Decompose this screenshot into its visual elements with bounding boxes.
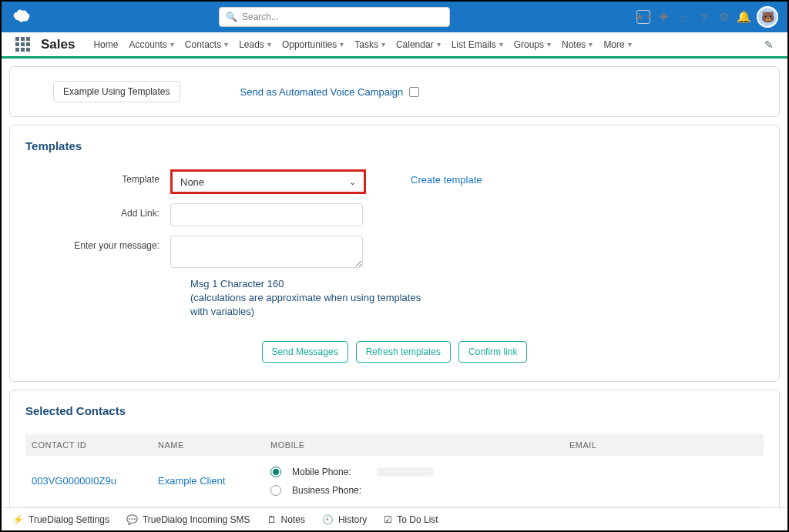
template-select-value: None <box>180 176 204 188</box>
example-templates-button[interactable]: Example Using Templates <box>53 81 180 102</box>
nav-leads[interactable]: Leads▾ <box>239 39 271 50</box>
checklist-icon: ☑ <box>384 514 392 525</box>
contacts-header: CONTACT ID NAME MOBILE EMAIL <box>25 434 764 456</box>
automated-campaign-label: Send as Automated Voice Campaign <box>240 86 404 98</box>
nav-contacts[interactable]: Contacts▾ <box>185 39 228 50</box>
phone-business-row: Business Phone: <box>270 485 569 496</box>
notification-icon[interactable]: 🔔 <box>737 10 750 24</box>
col-mobile: MOBILE <box>270 440 569 450</box>
nav-groups[interactable]: Groups▾ <box>514 39 551 50</box>
message-textarea[interactable] <box>170 236 363 268</box>
search-icon: 🔍 <box>226 12 237 22</box>
setup-home-icon[interactable]: ⌂ <box>677 10 690 24</box>
main-content: Example Using Templates Send as Automate… <box>2 59 787 532</box>
refresh-templates-button[interactable]: Refresh templates <box>356 341 451 363</box>
utility-bar: ⚡TrueDialog Settings 💬TrueDialog Incomin… <box>2 507 787 530</box>
phone-business-radio[interactable] <box>270 485 281 496</box>
nav-accounts[interactable]: Accounts▾ <box>129 39 173 50</box>
confirm-link-button[interactable]: Confirm link <box>458 341 527 363</box>
msg-count: Msg 1 Character 160 <box>190 277 421 291</box>
table-row: 003VG00000I0Z9u Example Client Mobile Ph… <box>25 456 764 507</box>
footer-incoming[interactable]: 💬TrueDialog Incoming SMS <box>126 514 250 525</box>
nav-listemails[interactable]: List Emails▾ <box>452 39 503 50</box>
search-placeholder: Search... <box>242 12 279 22</box>
col-email: EMAIL <box>569 440 764 450</box>
phone-business-label: Business Phone: <box>292 485 366 496</box>
footer-notes[interactable]: 🗒Notes <box>267 514 305 525</box>
addlink-row: Add Link: <box>25 203 764 226</box>
create-template-link[interactable]: Create template <box>411 169 482 186</box>
user-avatar[interactable]: 🐻 <box>757 6 778 28</box>
template-select[interactable]: None ⌄ <box>170 169 366 194</box>
help-icon[interactable]: ? <box>697 10 710 24</box>
message-row: Enter your message: <box>25 236 764 268</box>
nav-calendar[interactable]: Calendar▾ <box>396 39 441 50</box>
automated-campaign-toggle: Send as Automated Voice Campaign <box>240 86 420 98</box>
add-link-input[interactable] <box>170 203 363 226</box>
nav-notes[interactable]: Notes▾ <box>562 39 593 50</box>
app-nav: Sales Home Accounts▾ Contacts▾ Leads▾ Op… <box>2 32 787 59</box>
nav-home[interactable]: Home <box>93 39 118 50</box>
automated-campaign-checkbox[interactable] <box>409 87 419 97</box>
footer-history[interactable]: 🕘History <box>322 514 367 525</box>
chevron-down-icon: ▾ <box>628 40 632 49</box>
phone-mobile-row: Mobile Phone: <box>270 467 569 477</box>
col-contact-id: CONTACT ID <box>25 440 158 450</box>
chevron-down-icon: ▾ <box>589 40 593 49</box>
phone-value-redacted <box>377 467 434 477</box>
app-launcher-icon[interactable] <box>15 37 30 52</box>
chevron-down-icon: ▾ <box>224 40 228 49</box>
col-name: NAME <box>158 440 270 450</box>
campaign-panel: Example Using Templates Send as Automate… <box>9 66 780 117</box>
chevron-down-icon: ▾ <box>170 40 174 49</box>
nav-more[interactable]: More▾ <box>603 39 631 50</box>
action-buttons: Send Messages Refresh templates Confirm … <box>25 341 764 363</box>
template-label: Template <box>25 169 170 185</box>
msg-note: (calculations are approximate when using… <box>190 291 421 319</box>
header-actions: ★▼ ✚ ⌂ ? ⚙ 🔔 🐻 <box>636 6 778 28</box>
phone-cell: Mobile Phone: Business Phone: <box>270 467 569 496</box>
contact-name-link[interactable]: Example Client <box>158 475 270 487</box>
chevron-down-icon: ▾ <box>340 40 344 49</box>
template-row: Template None ⌄ Create template <box>25 169 764 194</box>
chevron-down-icon: ▾ <box>381 40 385 49</box>
nav-opportunities[interactable]: Opportunities▾ <box>282 39 344 50</box>
chevron-down-icon: ▾ <box>267 40 271 49</box>
phone-mobile-radio[interactable] <box>270 467 281 477</box>
search-wrap: 🔍 Search... <box>32 7 636 27</box>
templates-title: Templates <box>25 139 764 152</box>
send-messages-button[interactable]: Send Messages <box>262 341 348 363</box>
notes-icon: 🗒 <box>267 514 277 525</box>
chevron-down-icon: ▾ <box>437 40 441 49</box>
footer-settings[interactable]: ⚡TrueDialog Settings <box>12 514 109 525</box>
message-label: Enter your message: <box>25 236 170 251</box>
chevron-down-icon: ⌄ <box>349 177 356 187</box>
favorites-dropdown[interactable]: ★▼ <box>636 10 650 24</box>
chevron-down-icon: ▾ <box>499 40 503 49</box>
history-icon: 🕘 <box>322 514 334 525</box>
global-header: 🔍 Search... ★▼ ✚ ⌂ ? ⚙ 🔔 🐻 <box>2 2 787 32</box>
app-name: Sales <box>41 37 75 52</box>
chevron-down-icon: ▾ <box>547 40 551 49</box>
footer-todo[interactable]: ☑To Do List <box>384 514 438 525</box>
add-icon[interactable]: ✚ <box>656 10 670 24</box>
contacts-title: Selected Contacts <box>25 404 764 417</box>
edit-nav-icon[interactable]: ✎ <box>764 38 774 51</box>
message-info: Msg 1 Character 160 (calculations are ap… <box>190 277 421 320</box>
phone-mobile-label: Mobile Phone: <box>292 467 366 477</box>
contact-id-link[interactable]: 003VG00000I0Z9u <box>25 475 158 487</box>
nav-tasks[interactable]: Tasks▾ <box>354 39 385 50</box>
global-search-input[interactable]: 🔍 Search... <box>219 7 450 27</box>
bolt-icon: ⚡ <box>12 514 24 525</box>
addlink-label: Add Link: <box>25 203 170 219</box>
salesforce-logo <box>11 6 32 28</box>
gear-icon[interactable]: ⚙ <box>717 10 730 24</box>
templates-panel: Templates Template None ⌄ Create templat… <box>9 125 780 382</box>
sms-icon: 💬 <box>126 514 138 525</box>
